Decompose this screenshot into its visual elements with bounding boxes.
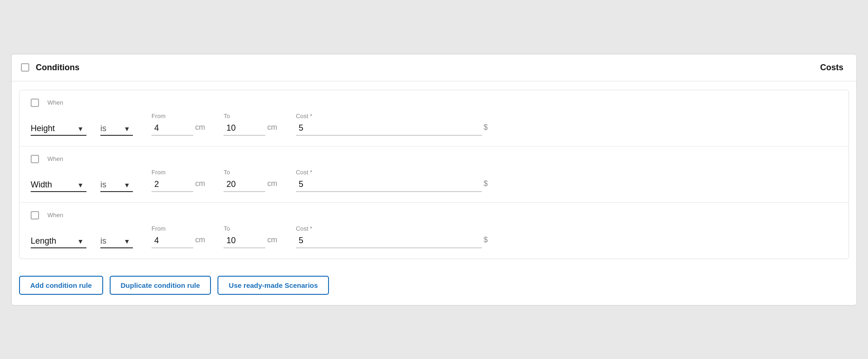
to-input-2[interactable] bbox=[224, 178, 265, 192]
from-label-2: From bbox=[151, 169, 205, 176]
fields-row-2: Height Width Length Weight ▼ is is not ▼ bbox=[31, 169, 837, 192]
header-checkbox[interactable] bbox=[21, 63, 29, 72]
to-label-1: To bbox=[224, 113, 277, 120]
when-label-1: When bbox=[47, 99, 63, 106]
cost-input-2[interactable] bbox=[296, 178, 482, 192]
operator-select-3[interactable]: is is not bbox=[100, 234, 133, 248]
cost-dollar-1: $ bbox=[484, 123, 488, 133]
cost-label-2: Cost * bbox=[296, 169, 488, 176]
from-unit-1: cm bbox=[195, 123, 205, 133]
fields-row-1: Height Width Length Weight ▼ is is not ▼ bbox=[31, 113, 837, 136]
to-group-1: To cm bbox=[224, 113, 277, 136]
header-row: Conditions Costs bbox=[12, 54, 856, 81]
duplicate-condition-button[interactable]: Duplicate condition rule bbox=[110, 276, 211, 295]
from-group-2: From cm bbox=[151, 169, 205, 192]
when-row-1: When bbox=[31, 99, 837, 109]
from-input-1[interactable] bbox=[151, 121, 193, 136]
footer-row: Add condition rule Duplicate condition r… bbox=[12, 267, 856, 305]
from-label-3: From bbox=[151, 225, 205, 232]
scenarios-button[interactable]: Use ready-made Scenarios bbox=[217, 276, 329, 295]
from-unit-2: cm bbox=[195, 180, 205, 190]
rule-checkbox-1[interactable] bbox=[31, 99, 39, 107]
from-input-2[interactable] bbox=[151, 178, 193, 192]
rules-card: When Height Width Length Weight ▼ is bbox=[19, 90, 849, 259]
cost-group-3: Cost * $ bbox=[296, 225, 488, 248]
cost-group-2: Cost * $ bbox=[296, 169, 488, 192]
to-group-3: To cm bbox=[224, 225, 277, 248]
when-row-2: When bbox=[31, 155, 837, 165]
to-input-1[interactable] bbox=[224, 121, 265, 136]
main-card: Conditions Costs When Height Width Lengt… bbox=[11, 54, 857, 306]
rule-checkbox-3[interactable] bbox=[31, 211, 39, 219]
to-unit-1: cm bbox=[267, 123, 277, 133]
condition-wrapper-1: Height Width Length Weight ▼ bbox=[31, 122, 86, 136]
to-label-3: To bbox=[224, 225, 277, 232]
cost-label-3: Cost * bbox=[296, 225, 488, 232]
fields-row-3: Height Width Length Weight ▼ is is not ▼ bbox=[31, 225, 837, 248]
when-row-3: When bbox=[31, 211, 837, 221]
when-label-3: When bbox=[47, 212, 63, 219]
to-unit-3: cm bbox=[267, 236, 277, 246]
cost-input-3[interactable] bbox=[296, 234, 482, 248]
condition-select-2[interactable]: Height Width Length Weight bbox=[31, 178, 86, 192]
operator-select-2[interactable]: is is not bbox=[100, 178, 133, 192]
add-condition-button[interactable]: Add condition rule bbox=[19, 276, 103, 295]
from-unit-3: cm bbox=[195, 236, 205, 246]
operator-wrapper-2: is is not ▼ bbox=[100, 178, 133, 192]
rule-checkbox-2[interactable] bbox=[31, 155, 39, 163]
costs-title: Costs bbox=[820, 63, 843, 73]
conditions-title: Conditions bbox=[36, 63, 79, 73]
to-input-3[interactable] bbox=[224, 234, 265, 248]
condition-wrapper-2: Height Width Length Weight ▼ bbox=[31, 178, 86, 192]
to-unit-2: cm bbox=[267, 180, 277, 190]
when-label-2: When bbox=[47, 155, 63, 162]
header-left: Conditions bbox=[21, 63, 79, 73]
from-label-1: From bbox=[151, 113, 205, 120]
cost-dollar-3: $ bbox=[484, 236, 488, 246]
to-group-2: To cm bbox=[224, 169, 277, 192]
from-input-3[interactable] bbox=[151, 234, 193, 248]
condition-select-3[interactable]: Height Width Length Weight bbox=[31, 234, 86, 248]
rule-row-3: When Height Width Length Weight ▼ is bbox=[20, 203, 848, 259]
operator-wrapper-1: is is not ▼ bbox=[100, 122, 133, 136]
condition-select-1[interactable]: Height Width Length Weight bbox=[31, 122, 86, 136]
cost-group-1: Cost * $ bbox=[296, 113, 488, 136]
to-label-2: To bbox=[224, 169, 277, 176]
operator-wrapper-3: is is not ▼ bbox=[100, 234, 133, 248]
rule-row-2: When Height Width Length Weight ▼ is bbox=[20, 146, 848, 203]
operator-select-1[interactable]: is is not bbox=[100, 122, 133, 136]
cost-label-1: Cost * bbox=[296, 113, 488, 120]
condition-wrapper-3: Height Width Length Weight ▼ bbox=[31, 234, 86, 248]
from-group-1: From cm bbox=[151, 113, 205, 136]
from-group-3: From cm bbox=[151, 225, 205, 248]
cost-dollar-2: $ bbox=[484, 180, 488, 190]
cost-input-1[interactable] bbox=[296, 121, 482, 136]
rule-row-1: When Height Width Length Weight ▼ is bbox=[20, 90, 848, 146]
